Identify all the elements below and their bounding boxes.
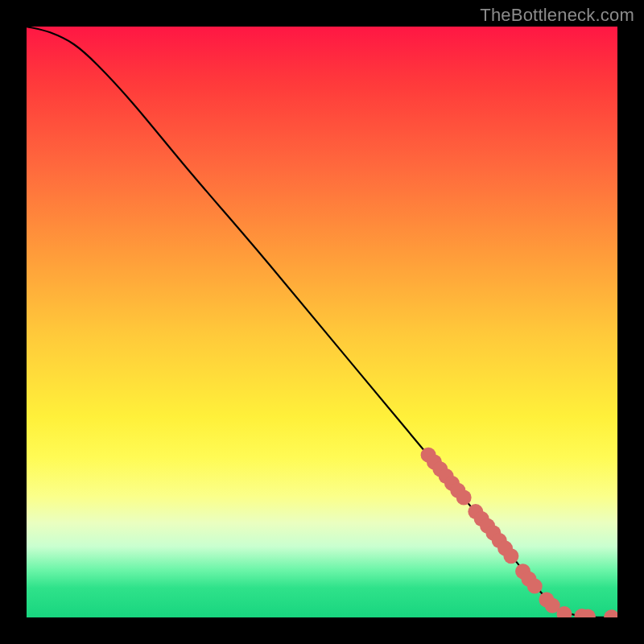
curve-line bbox=[27, 27, 617, 617]
watermark-text: TheBottleneck.com bbox=[480, 5, 634, 26]
plot-area bbox=[27, 27, 617, 617]
data-marker bbox=[503, 548, 518, 564]
data-marker bbox=[604, 609, 617, 617]
data-marker bbox=[527, 579, 543, 594]
data-marker bbox=[456, 490, 472, 506]
chart-root: TheBottleneck.com bbox=[0, 0, 644, 644]
marker-group bbox=[421, 448, 617, 617]
plot-svg bbox=[27, 27, 617, 617]
